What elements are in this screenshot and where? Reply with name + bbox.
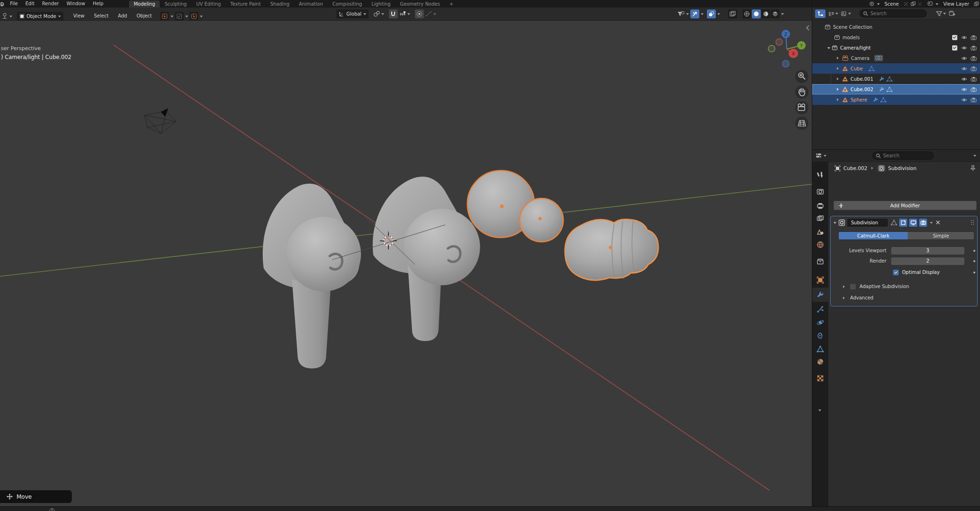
camera-visibility-icon[interactable]: [971, 87, 977, 92]
scene-icon[interactable]: [869, 1, 875, 7]
transform-orientation-select[interactable]: Global: [336, 9, 369, 18]
chevron-down-icon[interactable]: [407, 13, 410, 17]
tab-view-layer[interactable]: [817, 215, 824, 222]
mushroom-object-1[interactable]: [263, 184, 361, 368]
camera-visibility-icon[interactable]: [971, 35, 977, 40]
mesh-data-icon[interactable]: [886, 86, 893, 92]
outliner-id-filter[interactable]: [841, 11, 851, 17]
editor-type-icon[interactable]: [1, 12, 9, 20]
tab-compositing[interactable]: Compositing: [327, 0, 367, 8]
collapse-icon[interactable]: [827, 47, 830, 51]
camera-visibility-icon[interactable]: [971, 45, 977, 51]
tab-texture[interactable]: [817, 375, 824, 382]
mesh-data-icon[interactable]: [880, 97, 886, 102]
mushroom-object-2[interactable]: [373, 177, 480, 341]
camera-view-button[interactable]: [795, 101, 808, 114]
optimal-display-checkbox[interactable]: [893, 270, 899, 275]
active-tool-button[interactable]: [160, 12, 169, 21]
expand-icon[interactable]: [837, 98, 840, 101]
advanced-row[interactable]: Advanced: [831, 294, 978, 302]
new-collection-button[interactable]: [949, 10, 955, 17]
chevron-down-icon[interactable]: [701, 13, 704, 17]
chevron-down-icon[interactable]: [185, 16, 188, 19]
outliner-search-input[interactable]: Search: [860, 9, 927, 17]
menu-help[interactable]: Help: [89, 0, 107, 8]
expand-icon[interactable]: [837, 77, 840, 80]
gizmos-toggle[interactable]: [690, 9, 699, 18]
chevron-down-icon[interactable]: [818, 409, 821, 413]
pivot-point-icon[interactable]: [373, 10, 380, 17]
modifier-panel-header[interactable]: Subdivision: [831, 216, 977, 229]
proportional-editing-toggle[interactable]: [415, 9, 424, 18]
tab-constraints[interactable]: [817, 332, 824, 340]
navigation-gizmo[interactable]: Z Y X: [768, 30, 806, 67]
shading-solid-button[interactable]: [752, 9, 761, 18]
expand-icon[interactable]: [837, 67, 840, 70]
tab-material[interactable]: [817, 358, 824, 366]
tab-geometry-nodes[interactable]: Geometry Nodes: [395, 0, 445, 8]
show-viewport-toggle[interactable]: [909, 219, 917, 227]
object-breadcrumb-icon[interactable]: [834, 165, 841, 171]
modifier-name-field[interactable]: Subdivision: [847, 219, 888, 227]
tab-particles[interactable]: [817, 306, 824, 313]
outliner-row-sphere[interactable]: Sphere: [812, 94, 980, 105]
adaptive-checkbox[interactable]: [850, 284, 856, 290]
render-field[interactable]: 2: [891, 257, 964, 265]
camera-data-badge[interactable]: [874, 55, 883, 61]
modifier-wrench-icon[interactable]: [873, 97, 878, 102]
chevron-down-icon[interactable]: [877, 3, 880, 7]
outliner-row-cube001[interactable]: Cube.001: [812, 74, 980, 84]
tab-object[interactable]: [817, 276, 824, 284]
outliner-filter-button[interactable]: [936, 11, 946, 17]
axis-ball-negy[interactable]: [768, 45, 775, 52]
view-layer-icon[interactable]: [928, 1, 934, 7]
animate-dot[interactable]: [973, 260, 975, 262]
outliner-row-cube002[interactable]: Cube.002: [812, 84, 980, 94]
chevron-down-icon[interactable]: [686, 13, 689, 17]
outliner-display-mode[interactable]: [828, 11, 838, 17]
camera-visibility-icon[interactable]: [971, 77, 977, 82]
view-layer-name[interactable]: View Layer: [940, 1, 972, 7]
modifier-wrench-icon[interactable]: [879, 86, 885, 92]
tab-output[interactable]: [817, 202, 824, 210]
simple-button[interactable]: Simple: [908, 232, 974, 239]
mesh-data-icon[interactable]: [886, 76, 893, 82]
optimal-display-label[interactable]: Optimal Display: [902, 270, 940, 275]
camera-visibility-icon[interactable]: [971, 56, 977, 61]
chevron-down-icon[interactable]: [9, 16, 12, 19]
add-modifier-button[interactable]: Add Modifier: [834, 201, 977, 210]
mode-selector[interactable]: Object Mode: [17, 12, 63, 21]
new-view-layer-icon[interactable]: [974, 1, 979, 7]
eye-icon[interactable]: [961, 56, 967, 61]
snap-toggle[interactable]: [389, 9, 398, 18]
eye-icon[interactable]: [961, 77, 967, 82]
xray-toggle[interactable]: [728, 9, 737, 18]
unlink-icon[interactable]: [903, 1, 909, 7]
outliner-row-camera[interactable]: Camera: [812, 53, 980, 63]
outliner-row-models[interactable]: models: [812, 32, 980, 43]
tab-tool[interactable]: [817, 171, 824, 179]
tab-sculpting[interactable]: Sculpting: [160, 0, 191, 8]
camera-visibility-icon[interactable]: [971, 97, 977, 102]
outliner-row-camera-light[interactable]: Camera/light: [812, 43, 980, 53]
visibility-filter-icon[interactable]: [677, 11, 685, 17]
eye-icon[interactable]: [961, 66, 967, 71]
modifier-breadcrumb-icon[interactable]: [877, 165, 885, 172]
eye-icon[interactable]: [961, 97, 967, 102]
axis-ball-negz[interactable]: [782, 60, 789, 67]
zoom-button[interactable]: [795, 70, 808, 83]
outliner-row-cube[interactable]: Cube: [812, 63, 980, 74]
collapse-panel-icon[interactable]: [807, 26, 809, 30]
orthographic-button[interactable]: [795, 117, 808, 130]
expand-icon[interactable]: [837, 88, 840, 91]
chevron-down-icon[interactable]: [200, 16, 203, 19]
panel-collapse-icon[interactable]: [834, 222, 836, 225]
tab-lighting[interactable]: Lighting: [367, 0, 395, 8]
properties-search-input[interactable]: Search: [872, 152, 934, 160]
falloff-curve-icon[interactable]: [425, 11, 432, 17]
sphere-pair-selected[interactable]: [467, 170, 563, 242]
chevron-down-icon[interactable]: [936, 3, 938, 7]
chevron-down-icon[interactable]: [381, 13, 384, 17]
blob-object-active[interactable]: [565, 219, 659, 280]
collection-checkbox[interactable]: [952, 35, 957, 40]
